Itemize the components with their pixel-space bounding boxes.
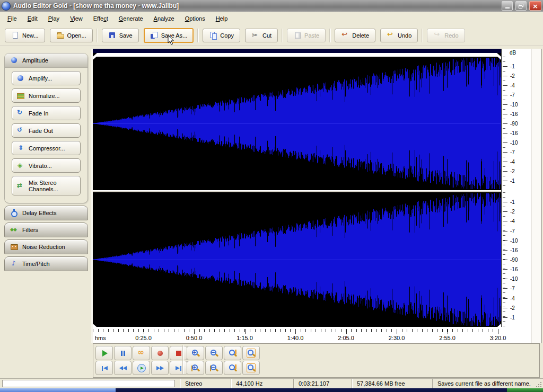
resize-grip[interactable] bbox=[535, 381, 541, 387]
sidebar-button-label: Vibrato... bbox=[29, 163, 52, 169]
loop-button[interactable] bbox=[133, 346, 150, 360]
play-circle-button[interactable] bbox=[133, 361, 150, 375]
skip-end-button[interactable] bbox=[170, 361, 187, 375]
time-tick-label: 2:55.0 bbox=[439, 335, 456, 341]
play-button[interactable] bbox=[95, 346, 113, 360]
close-button[interactable]: × bbox=[529, 1, 541, 11]
waveform-display[interactable] bbox=[93, 49, 501, 327]
toolbar-save-button[interactable]: Save bbox=[102, 29, 139, 42]
fast-forward-button[interactable] bbox=[151, 361, 169, 375]
time-ruler[interactable]: hms 0:25.00:50.01:15.01:40.02:05.02:30.0… bbox=[93, 327, 531, 343]
vibrato-button[interactable]: Vibrato... bbox=[12, 158, 81, 173]
mix-stereo-channels-button[interactable]: Mix Stereo Channels... bbox=[12, 176, 81, 195]
db-tick-label: -16 bbox=[510, 266, 518, 272]
record-button[interactable] bbox=[151, 346, 169, 360]
app-icon bbox=[2, 2, 11, 11]
waveform-channel-right[interactable] bbox=[93, 192, 501, 327]
vertical-zoom-in-button[interactable] bbox=[187, 361, 204, 375]
toolbar-button-label: Copy bbox=[220, 32, 234, 39]
menu-play[interactable]: Play bbox=[43, 13, 65, 24]
section-time-pitch[interactable]: Time/Pitch bbox=[4, 256, 88, 271]
amplify-icon bbox=[16, 74, 25, 83]
minimize-icon bbox=[505, 7, 510, 8]
time-major-tick bbox=[498, 329, 498, 334]
sidebar-button-label: Compressor... bbox=[29, 145, 65, 152]
vertical-scrollbar[interactable] bbox=[531, 49, 542, 343]
db-tick-label: -10 bbox=[510, 238, 518, 244]
menu-help[interactable]: Help bbox=[211, 13, 233, 24]
menu-file[interactable]: File bbox=[2, 13, 22, 24]
section-amplitude[interactable]: Amplitude bbox=[5, 54, 87, 68]
time-unit-label: hms bbox=[95, 335, 106, 341]
db-tick-label: -4 bbox=[510, 83, 515, 88]
fade-out-icon bbox=[16, 127, 25, 135]
waveform-left-canvas[interactable] bbox=[93, 57, 501, 190]
compressor-button[interactable]: Compressor... bbox=[12, 141, 81, 155]
fast-forward-icon bbox=[156, 364, 164, 372]
rewind-button[interactable] bbox=[114, 361, 132, 375]
section-noise-reduction[interactable]: Noise Reduction bbox=[4, 239, 88, 254]
menu-analyze[interactable]: Analyze bbox=[148, 13, 180, 24]
new-document-icon bbox=[11, 31, 20, 40]
toolbar-delete-button[interactable]: Delete bbox=[335, 29, 375, 42]
fade-out-button[interactable]: Fade Out bbox=[12, 123, 81, 138]
menu-generate[interactable]: Generate bbox=[113, 13, 148, 24]
waveform-channel-left[interactable] bbox=[93, 57, 501, 190]
db-scale-channel-1: -1-2-4-7-10-16-90-16-10-7-4-2-1 bbox=[502, 57, 531, 190]
toolbar-open-button[interactable]: Open... bbox=[50, 29, 93, 42]
menu-effect[interactable]: Effect bbox=[88, 13, 113, 24]
taskbar-segment-1 bbox=[116, 388, 507, 392]
time-major-tick bbox=[397, 329, 397, 334]
menu-bar: FileEditPlayViewEffectGenerateAnalyzeOpt… bbox=[0, 12, 543, 25]
selection-handle-top-right[interactable] bbox=[497, 57, 501, 60]
stop-button[interactable] bbox=[170, 346, 187, 360]
zoom-all-button[interactable] bbox=[242, 346, 260, 360]
sidebar-button-label: Normalize... bbox=[29, 93, 60, 99]
selection-marker-strip[interactable] bbox=[93, 53, 501, 57]
section-delay-effects[interactable]: Delay Effects bbox=[4, 206, 88, 220]
time-major-tick bbox=[346, 329, 347, 334]
section-label: Time/Pitch bbox=[22, 261, 50, 267]
db-tick-row: -7 bbox=[503, 228, 515, 234]
fade-in-button[interactable]: Fade In bbox=[12, 106, 81, 120]
db-tick-row: -90 bbox=[503, 121, 518, 126]
db-tick-row: -2 bbox=[503, 73, 515, 78]
normalize-button[interactable]: Normalize... bbox=[12, 88, 81, 103]
menu-options[interactable]: Options bbox=[180, 13, 211, 24]
menu-edit[interactable]: Edit bbox=[22, 13, 43, 24]
section-filters[interactable]: Filters bbox=[4, 222, 88, 237]
menu-view[interactable]: View bbox=[65, 13, 88, 24]
selection-handle-top-left[interactable] bbox=[93, 57, 97, 60]
toolbar-new-button[interactable]: New... bbox=[5, 29, 45, 42]
progress-field bbox=[0, 379, 180, 388]
skip-start-button[interactable] bbox=[95, 361, 113, 375]
amplify-button[interactable]: Amplify... bbox=[12, 71, 81, 85]
restore-button[interactable] bbox=[515, 1, 527, 11]
db-tick-label: -7 bbox=[510, 228, 515, 234]
toolbar-undo-button[interactable]: Undo bbox=[380, 29, 418, 42]
vertical-zoom-out-button[interactable] bbox=[205, 361, 223, 375]
toolbar-copy-button[interactable]: Copy bbox=[203, 29, 240, 42]
vertical-zoom-in-icon bbox=[191, 364, 200, 372]
zoom-selection-button[interactable] bbox=[224, 346, 241, 360]
loop-icon bbox=[137, 349, 146, 358]
zoom-page-button[interactable] bbox=[224, 361, 241, 375]
titlebar[interactable]: Audio Editor Gold - [show me tha money -… bbox=[0, 0, 543, 12]
zoom-out-button[interactable] bbox=[205, 346, 223, 360]
playback-row-2 bbox=[95, 361, 187, 374]
toolbar-paste-button[interactable]: Paste bbox=[287, 29, 326, 42]
db-major-tick bbox=[503, 152, 507, 153]
db-tick-label: -1 bbox=[510, 315, 515, 320]
db-tick-label: -7 bbox=[510, 92, 515, 98]
waveform-right-canvas[interactable] bbox=[93, 192, 501, 327]
db-tick-row: -4 bbox=[503, 296, 515, 301]
taskbar-segment-0 bbox=[0, 388, 116, 392]
minimize-button[interactable] bbox=[502, 1, 513, 11]
pause-button[interactable] bbox=[114, 346, 132, 360]
zoom-full-button[interactable] bbox=[242, 361, 260, 375]
toolbar-redo-button[interactable]: Redo bbox=[427, 29, 465, 42]
zoom-row-2 bbox=[187, 361, 260, 374]
status-bar: Stereo44,100 Hz0:03:21.10757,384.66 MB f… bbox=[0, 378, 543, 388]
zoom-in-button[interactable] bbox=[187, 346, 204, 360]
toolbar-cut-button[interactable]: Cut bbox=[245, 29, 278, 42]
